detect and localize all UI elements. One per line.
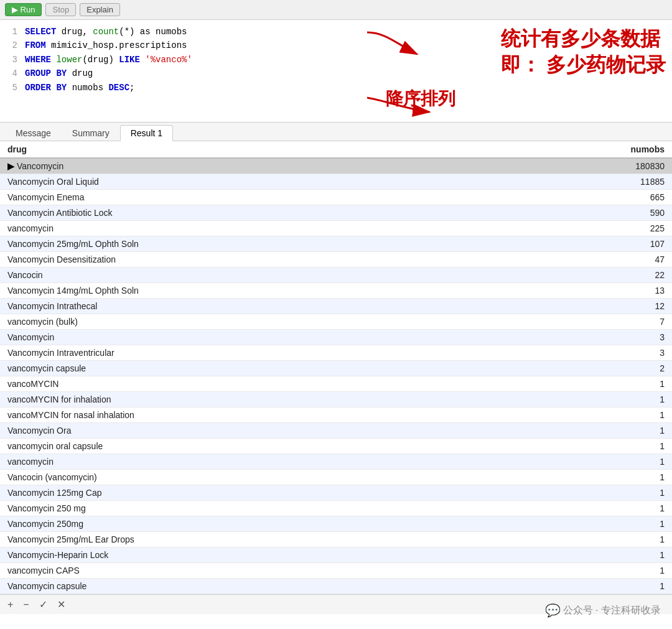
drug-cell: vancoMYCIN for inhalation: [0, 392, 504, 408]
numobs-cell: 107: [504, 236, 672, 252]
numobs-cell: 1: [504, 408, 672, 423]
table-row[interactable]: Vancomycin Intrathecal12: [0, 299, 672, 314]
drug-cell: vancoMYCIN for nasal inhalation: [0, 408, 504, 423]
numobs-cell: 1: [504, 439, 672, 454]
numobs-cell: 11885: [504, 174, 672, 190]
sql-line: 1SELECT drug, count(*) as numobs: [0, 25, 672, 39]
table-row[interactable]: Vancomycin 125mg Cap1: [0, 485, 672, 501]
numobs-cell: 1: [504, 579, 672, 594]
numobs-cell: 180830: [504, 158, 672, 174]
tab-summary[interactable]: Summary: [62, 125, 120, 141]
table-row[interactable]: Vancomycin3: [0, 330, 672, 345]
table-row[interactable]: Vancomycin Oral Liquid11885: [0, 174, 672, 190]
numobs-cell: 1: [504, 392, 672, 408]
table-row[interactable]: Vancomycin 250mg1: [0, 516, 672, 532]
table-row[interactable]: vancoMYCIN for inhalation1: [0, 392, 672, 408]
table-row[interactable]: Vancomycin 250 mg1: [0, 501, 672, 516]
drug-cell: Vancomycin 125mg Cap: [0, 485, 504, 501]
drug-cell: Vancomycin-Heparin Lock: [0, 547, 504, 563]
drug-cell: Vancomycin: [0, 330, 504, 345]
numobs-cell: 1: [504, 485, 672, 501]
drug-cell: Vancomycin 14mg/mL Ophth Soln: [0, 283, 504, 299]
drug-cell: vancomycin: [0, 454, 504, 470]
table-row[interactable]: vancomycin CAPS1: [0, 563, 672, 579]
drug-cell: Vancomycin Intrathecal: [0, 299, 504, 314]
table-row[interactable]: vancoMYCIN1: [0, 376, 672, 392]
drug-cell: vancomycin: [0, 221, 504, 236]
sql-code: FROM mimiciv_hosp.prescriptions: [25, 39, 187, 52]
table-row[interactable]: Vancomycin Enema665: [0, 190, 672, 205]
drug-cell: vancomycin CAPS: [0, 563, 504, 579]
table-row[interactable]: Vancomycin 14mg/mL Ophth Soln13: [0, 283, 672, 299]
table-row[interactable]: Vancomycin capsule1: [0, 579, 672, 594]
add-row-button[interactable]: +: [5, 598, 16, 612]
tabs-bar: MessageSummaryResult 1: [0, 123, 672, 141]
drug-cell: Vancomycin Desensitization: [0, 252, 504, 268]
tab-message[interactable]: Message: [5, 125, 62, 141]
line-number: 5: [0, 81, 25, 95]
numobs-cell: 3: [504, 345, 672, 361]
sql-editor[interactable]: 1SELECT drug, count(*) as numobs2FROM mi…: [0, 20, 672, 123]
table-row[interactable]: ▶ Vancomycin180830: [0, 158, 672, 174]
numobs-cell: 1: [504, 547, 672, 563]
remove-row-button[interactable]: −: [21, 598, 31, 612]
drug-cell: Vancocin (vancomycin): [0, 470, 504, 485]
tab-result-1[interactable]: Result 1: [120, 125, 173, 141]
table-row[interactable]: Vancomycin 25mg/mL Ear Drops1: [0, 532, 672, 547]
run-button[interactable]: ▶ Run: [5, 3, 42, 16]
numobs-cell: 1: [504, 470, 672, 485]
drug-cell: Vancomycin capsule: [0, 579, 504, 594]
bottom-toolbar: + − ✓ ✕: [0, 594, 672, 614]
numobs-cell: 225: [504, 221, 672, 236]
results-table: drugnumobs ▶ Vancomycin180830Vancomycin …: [0, 141, 672, 594]
table-row[interactable]: vancomycin1: [0, 454, 672, 470]
sql-code: ORDER BY numobs DESC;: [25, 81, 134, 95]
table-row[interactable]: vancomycin (bulk)7: [0, 314, 672, 330]
line-number: 2: [0, 39, 25, 52]
numobs-cell: 47: [504, 252, 672, 268]
table-row[interactable]: Vancomycin Intraventricular3: [0, 345, 672, 361]
numobs-cell: 3: [504, 330, 672, 345]
table-row[interactable]: Vancomycin Antibiotic Lock590: [0, 205, 672, 221]
sql-line: 5ORDER BY numobs DESC;: [0, 81, 672, 95]
table-row[interactable]: Vancocin (vancomycin)1: [0, 470, 672, 485]
drug-cell: ▶ Vancomycin: [0, 158, 504, 174]
explain-button[interactable]: Explain: [80, 3, 120, 16]
numobs-cell: 665: [504, 190, 672, 205]
numobs-cell: 1: [504, 516, 672, 532]
numobs-cell: 12: [504, 299, 672, 314]
row-indicator: ▶: [7, 161, 17, 171]
cancel-button[interactable]: ✕: [55, 597, 68, 612]
drug-cell: Vancomycin Enema: [0, 190, 504, 205]
sql-code: WHERE lower(drug) LIKE '%vanco%': [25, 53, 192, 67]
line-number: 4: [0, 67, 25, 80]
table-row[interactable]: Vancomycin Desensitization47: [0, 252, 672, 268]
table-row[interactable]: vancomycin225: [0, 221, 672, 236]
numobs-cell: 1: [504, 454, 672, 470]
confirm-button[interactable]: ✓: [37, 597, 50, 612]
table-row[interactable]: Vancomycin 25mg/mL Ophth Soln107: [0, 236, 672, 252]
table-row[interactable]: vancoMYCIN for nasal inhalation1: [0, 408, 672, 423]
drug-cell: Vancomycin Intraventricular: [0, 345, 504, 361]
sql-code: GROUP BY drug: [25, 67, 93, 80]
numobs-cell: 7: [504, 314, 672, 330]
numobs-cell: 1: [504, 423, 672, 439]
drug-cell: Vancomycin 250 mg: [0, 501, 504, 516]
drug-cell: vancomycin oral capsule: [0, 439, 504, 454]
table-row[interactable]: Vancocin22: [0, 268, 672, 283]
table-row[interactable]: vancomycin capsule2: [0, 361, 672, 376]
sql-line: 2FROM mimiciv_hosp.prescriptions: [0, 39, 672, 52]
sql-line: 4GROUP BY drug: [0, 67, 672, 80]
drug-cell: vancomycin capsule: [0, 361, 504, 376]
drug-cell: Vancomycin 250mg: [0, 516, 504, 532]
results-area[interactable]: drugnumobs ▶ Vancomycin180830Vancomycin …: [0, 141, 672, 594]
table-row[interactable]: Vancomycin-Heparin Lock1: [0, 547, 672, 563]
numobs-cell: 1: [504, 563, 672, 579]
numobs-cell: 1: [504, 376, 672, 392]
drug-cell: vancomycin (bulk): [0, 314, 504, 330]
numobs-cell: 2: [504, 361, 672, 376]
numobs-cell: 1: [504, 501, 672, 516]
table-row[interactable]: vancomycin oral capsule1: [0, 439, 672, 454]
table-row[interactable]: Vancomycin Ora1: [0, 423, 672, 439]
stop-button[interactable]: Stop: [45, 3, 76, 16]
